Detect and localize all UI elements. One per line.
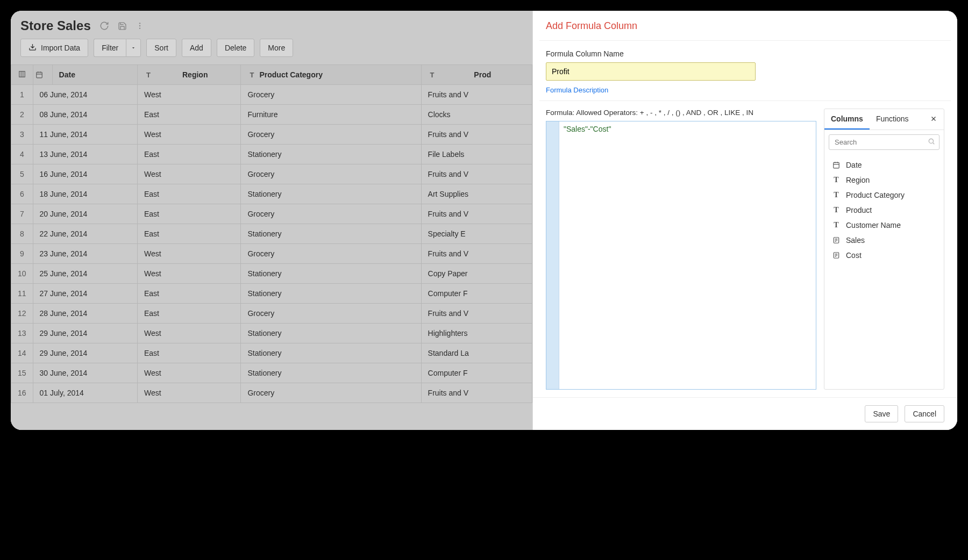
cell-product[interactable]: Copy Paper	[421, 264, 532, 284]
column-item[interactable]: TProduct Category	[827, 188, 942, 203]
column-item[interactable]: Cost	[827, 248, 942, 263]
cancel-button[interactable]: Cancel	[905, 405, 944, 422]
cell-date[interactable]: 29 June, 2014	[33, 343, 137, 363]
cell-date[interactable]: 16 June, 2014	[33, 164, 137, 184]
cell-date[interactable]: 30 June, 2014	[33, 363, 137, 383]
cell-category[interactable]: Stationery	[241, 363, 421, 383]
cell-region[interactable]: West	[138, 363, 241, 383]
cell-date[interactable]: 28 June, 2014	[33, 304, 137, 324]
cell-category[interactable]: Grocery	[241, 304, 421, 324]
cell-region[interactable]: East	[138, 284, 241, 304]
table-row[interactable]: 3 11 June, 2014 West Grocery Fruits and …	[11, 125, 532, 145]
cell-product[interactable]: Fruits and V	[421, 304, 532, 324]
formula-column-name-input[interactable]	[546, 62, 756, 81]
formula-description-link[interactable]: Formula Description	[546, 86, 608, 94]
table-row[interactable]: 15 30 June, 2014 West Stationery Compute…	[11, 363, 532, 383]
column-item[interactable]: TCustomer Name	[827, 218, 942, 233]
column-chooser-icon[interactable]	[11, 65, 33, 85]
filter-button[interactable]: Filter	[94, 39, 126, 57]
cell-product[interactable]: Highlighters	[421, 324, 532, 343]
cell-product[interactable]: File Labels	[421, 145, 532, 164]
cell-date[interactable]: 13 June, 2014	[33, 145, 137, 164]
cell-product[interactable]: Fruits and V	[421, 383, 532, 403]
table-row[interactable]: 6 18 June, 2014 East Stationery Art Supp…	[11, 184, 532, 204]
cell-date[interactable]: 06 June, 2014	[33, 85, 137, 105]
sort-button[interactable]: Sort	[146, 39, 176, 57]
more-button[interactable]: More	[260, 39, 293, 57]
table-row[interactable]: 16 01 July, 2014 West Grocery Fruits and…	[11, 383, 532, 403]
table-row[interactable]: 12 28 June, 2014 East Grocery Fruits and…	[11, 304, 532, 324]
column-header-product[interactable]: TProd	[421, 65, 532, 85]
close-picker-icon[interactable]	[928, 113, 939, 126]
cell-date[interactable]: 22 June, 2014	[33, 224, 137, 244]
cell-region[interactable]: East	[138, 105, 241, 125]
cell-category[interactable]: Grocery	[241, 244, 421, 264]
cell-category[interactable]: Stationery	[241, 343, 421, 363]
column-header-region[interactable]: TRegion	[138, 65, 241, 85]
cell-region[interactable]: East	[138, 343, 241, 363]
cell-category[interactable]: Stationery	[241, 224, 421, 244]
column-item[interactable]: Sales	[827, 233, 942, 248]
table-row[interactable]: 7 20 June, 2014 East Grocery Fruits and …	[11, 204, 532, 224]
cell-product[interactable]: Standard La	[421, 343, 532, 363]
add-button[interactable]: Add	[182, 39, 211, 57]
cell-category[interactable]: Grocery	[241, 204, 421, 224]
column-item[interactable]: TRegion	[827, 173, 942, 188]
date-type-header-icon[interactable]	[33, 65, 52, 85]
cell-region[interactable]: East	[138, 204, 241, 224]
cell-region[interactable]: West	[138, 125, 241, 145]
cell-region[interactable]: West	[138, 264, 241, 284]
cell-product[interactable]: Fruits and V	[421, 85, 532, 105]
table-row[interactable]: 11 27 June, 2014 East Stationery Compute…	[11, 284, 532, 304]
table-row[interactable]: 14 29 June, 2014 East Stationery Standar…	[11, 343, 532, 363]
cell-region[interactable]: West	[138, 244, 241, 264]
column-search-input[interactable]	[829, 134, 939, 150]
save-icon[interactable]	[118, 21, 127, 31]
cell-category[interactable]: Grocery	[241, 383, 421, 403]
cell-region[interactable]: East	[138, 304, 241, 324]
cell-category[interactable]: Grocery	[241, 164, 421, 184]
cell-date[interactable]: 20 June, 2014	[33, 204, 137, 224]
cell-category[interactable]: Grocery	[241, 85, 421, 105]
column-item[interactable]: TProduct	[827, 203, 942, 218]
cell-date[interactable]: 18 June, 2014	[33, 184, 137, 204]
cell-date[interactable]: 08 June, 2014	[33, 105, 137, 125]
cell-product[interactable]: Art Supplies	[421, 184, 532, 204]
cell-region[interactable]: West	[138, 324, 241, 343]
tab-functions[interactable]: Functions	[870, 109, 915, 130]
save-button[interactable]: Save	[865, 405, 898, 422]
table-row[interactable]: 1 06 June, 2014 West Grocery Fruits and …	[11, 85, 532, 105]
column-item[interactable]: Date	[827, 157, 942, 173]
import-data-button[interactable]: Import Data	[20, 39, 88, 57]
table-row[interactable]: 9 23 June, 2014 West Grocery Fruits and …	[11, 244, 532, 264]
table-row[interactable]: 4 13 June, 2014 East Stationery File Lab…	[11, 145, 532, 164]
cell-product[interactable]: Fruits and V	[421, 204, 532, 224]
cell-region[interactable]: West	[138, 164, 241, 184]
cell-category[interactable]: Stationery	[241, 324, 421, 343]
formula-code[interactable]: "Sales"-"Cost"	[559, 121, 816, 389]
cell-category[interactable]: Furniture	[241, 105, 421, 125]
filter-dropdown-caret[interactable]	[126, 39, 141, 57]
cell-category[interactable]: Stationery	[241, 145, 421, 164]
cell-date[interactable]: 27 June, 2014	[33, 284, 137, 304]
column-header-date[interactable]: Date	[52, 65, 137, 85]
cell-product[interactable]: Clocks	[421, 105, 532, 125]
cell-product[interactable]: Computer F	[421, 363, 532, 383]
cell-region[interactable]: East	[138, 184, 241, 204]
delete-button[interactable]: Delete	[217, 39, 254, 57]
cell-product[interactable]: Specialty E	[421, 224, 532, 244]
cell-product[interactable]: Computer F	[421, 284, 532, 304]
cell-product[interactable]: Fruits and V	[421, 164, 532, 184]
cell-date[interactable]: 11 June, 2014	[33, 125, 137, 145]
cell-region[interactable]: West	[138, 383, 241, 403]
more-vertical-icon[interactable]	[136, 21, 144, 30]
cell-date[interactable]: 25 June, 2014	[33, 264, 137, 284]
cell-region[interactable]: East	[138, 145, 241, 164]
tab-columns[interactable]: Columns	[824, 109, 870, 130]
table-row[interactable]: 5 16 June, 2014 West Grocery Fruits and …	[11, 164, 532, 184]
cell-product[interactable]: Fruits and V	[421, 125, 532, 145]
cell-category[interactable]: Stationery	[241, 184, 421, 204]
table-row[interactable]: 8 22 June, 2014 East Stationery Specialt…	[11, 224, 532, 244]
cell-category[interactable]: Stationery	[241, 264, 421, 284]
cell-category[interactable]: Stationery	[241, 284, 421, 304]
